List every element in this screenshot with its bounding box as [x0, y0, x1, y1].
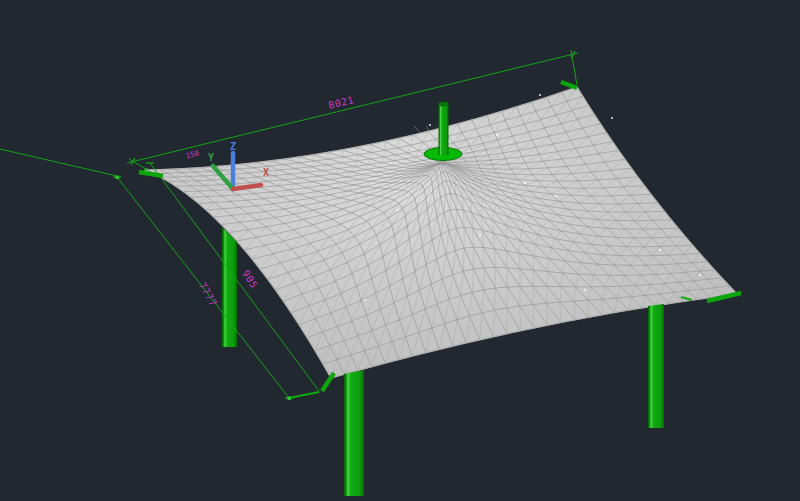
- grip-point[interactable]: [145, 169, 149, 173]
- model-space[interactable]: 8021 905 7777 150 Z Y X: [0, 0, 800, 501]
- ucs-x-label: X: [263, 167, 269, 178]
- grip-point[interactable]: [116, 176, 120, 180]
- mast-post[interactable]: [439, 104, 449, 155]
- column-front-right[interactable]: [648, 304, 664, 428]
- ucs-z-label: Z: [230, 141, 236, 152]
- grip-point[interactable]: [288, 397, 292, 401]
- column-front-left[interactable]: [344, 370, 364, 496]
- cad-viewport[interactable]: 8021 905 7777 150 Z Y X: [0, 0, 800, 501]
- mast-cap: [439, 102, 449, 106]
- ucs-y-label: Y: [208, 152, 214, 163]
